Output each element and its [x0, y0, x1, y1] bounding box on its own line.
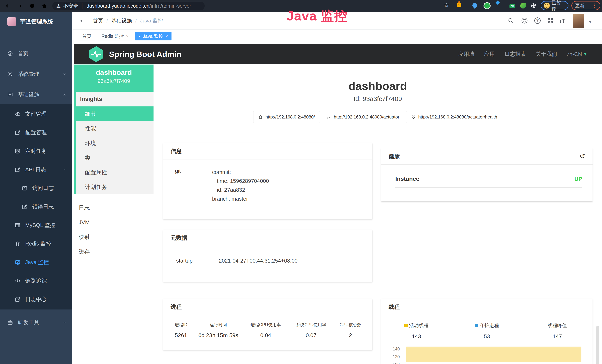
- card-process-title: 进程: [171, 303, 182, 311]
- extensions-puzzle-icon[interactable]: [530, 2, 537, 9]
- font-size-icon[interactable]: тT: [559, 18, 566, 24]
- instance-name: dashboard: [74, 69, 153, 76]
- sidebar-item-access-log[interactable]: 访问日志: [0, 179, 72, 197]
- browser-menu-icon[interactable]: ⋮: [592, 3, 597, 9]
- help-icon[interactable]: ?: [534, 17, 541, 24]
- sidebar-item-file-management[interactable]: 文件管理: [0, 105, 72, 123]
- sidebar-item-system[interactable]: 系统管理: [0, 65, 72, 84]
- sba-nav-about[interactable]: 关于我们: [536, 50, 557, 58]
- card-health-title: 健康: [389, 153, 400, 160]
- tab-java-monitor[interactable]: ● Java 监控 ×: [135, 32, 172, 40]
- endpoint-health-link[interactable]: http://192.168.0.2:48080/actuator/health: [406, 111, 502, 123]
- locale-caret-icon: ▾: [584, 52, 586, 57]
- browser-update-button[interactable]: 更新 ⋮: [571, 1, 600, 10]
- paused-label: 已暂停: [552, 0, 565, 12]
- divider: [174, 210, 370, 210]
- search-icon[interactable]: [508, 17, 514, 24]
- nav-item-caches[interactable]: 缓存: [74, 244, 153, 259]
- sidebar-item-dev-tools[interactable]: 研发工具: [0, 313, 72, 332]
- close-icon[interactable]: ×: [165, 33, 168, 39]
- address-bar[interactable]: ⚠ 不安全 │ dashboard.yudao.iocoder.cn/infra…: [52, 2, 205, 10]
- health-row-label: Instance: [395, 175, 419, 182]
- extension-sprout-icon[interactable]: [520, 3, 526, 9]
- divider: [176, 272, 362, 272]
- card-threads-title: 线程: [389, 303, 400, 311]
- user-avatar[interactable]: [573, 14, 584, 28]
- profile-paused-badge[interactable]: 已暂停: [541, 1, 569, 10]
- sba-locale-select[interactable]: zh-CN ▾: [567, 51, 586, 57]
- sidebar-item-mysql-monitor[interactable]: MySQL 监控: [0, 216, 72, 235]
- nav-item-details[interactable]: 细节: [74, 107, 153, 121]
- tab-redis-monitor[interactable]: Redis 监控 ×: [98, 32, 132, 40]
- threads-values: 143 53 147: [381, 333, 592, 340]
- nav-item-metrics[interactable]: 性能: [74, 121, 153, 136]
- extension-on-badge: on: [509, 4, 515, 8]
- peak-threads-value: 147: [522, 333, 592, 340]
- sba-brand[interactable]: Spring Boot Admin: [109, 50, 181, 59]
- nav-item-config-props[interactable]: 配置属性: [74, 165, 153, 180]
- nav-item-mappings[interactable]: 映射: [74, 230, 153, 244]
- nav-item-logs[interactable]: 日志: [74, 200, 153, 215]
- screen: ⚠ 不安全 │ dashboard.yudao.iocoder.cn/infra…: [0, 0, 602, 364]
- sidebar-submenu-infrastructure: 文件管理 配置管理 定时任务 API 日志 访问日志 错误日志: [0, 104, 72, 310]
- tab-home[interactable]: 首页: [79, 32, 95, 40]
- sba-nav-journal[interactable]: 日志报表: [505, 50, 526, 58]
- close-icon[interactable]: ×: [126, 33, 129, 39]
- gear-icon: [7, 71, 13, 77]
- process-uptime: 6d 23h 15m 59s: [195, 332, 241, 338]
- extension-pin-icon[interactable]: [472, 2, 478, 9]
- active-dot-icon: ●: [139, 35, 141, 37]
- instance-id: 93a3fc7f7409: [74, 78, 153, 84]
- heartbeat-icon: [411, 115, 416, 119]
- info-row-label: git: [175, 168, 212, 203]
- profile-emoji-icon: [544, 3, 550, 9]
- card-info: 信息 git commit: time: 1596289704000 id: 2…: [163, 143, 372, 219]
- app-logo-row[interactable]: 芋道管理系统: [0, 12, 72, 31]
- health-instance-row[interactable]: Instance UP: [395, 175, 582, 182]
- nav-item-jvm[interactable]: JVM: [74, 215, 153, 230]
- browser-reload-icon[interactable]: [29, 3, 35, 9]
- sidebar-item-log-center[interactable]: 日志中心: [0, 290, 72, 309]
- sidebar-item-tracing[interactable]: 链路追踪: [0, 272, 72, 290]
- endpoint-actuator-link[interactable]: http://192.168.0.2:48080/actuator: [322, 111, 404, 123]
- sidebar-item-api-log[interactable]: API 日志: [0, 161, 72, 179]
- sidebar-item-infrastructure[interactable]: 基础设施: [0, 86, 72, 104]
- breadcrumb-home[interactable]: 首页: [93, 17, 103, 24]
- sidebar-item-redis-monitor[interactable]: Redis 监控: [0, 235, 72, 253]
- nav-item-classes[interactable]: 类: [74, 150, 153, 165]
- bookmark-star-icon[interactable]: ☆: [443, 1, 449, 9]
- user-menu-caret-icon[interactable]: ▾: [589, 20, 591, 24]
- ytick-140: 140: [381, 347, 400, 352]
- sidebar-item-config-management[interactable]: 配置管理: [0, 123, 72, 142]
- threads-legend: 活动线程 守护进程 线程峰值: [381, 322, 592, 329]
- browser-back-icon[interactable]: [5, 3, 11, 9]
- live-threads-area: [406, 347, 581, 362]
- sidebar-item-scheduled-jobs[interactable]: 定时任务: [0, 142, 72, 161]
- eye-icon: [15, 278, 20, 284]
- endpoint-home-link[interactable]: http://192.168.0.2:48080/: [253, 111, 320, 123]
- browser-home-icon[interactable]: [41, 3, 47, 9]
- sba-nav-wallboard[interactable]: 应用墙: [458, 50, 474, 58]
- instance-header[interactable]: dashboard 93a3fc7f7409: [74, 64, 153, 92]
- breadcrumb-infrastructure[interactable]: 基础设施: [111, 17, 132, 24]
- sidebar-collapse-icon[interactable]: [79, 17, 86, 24]
- sba-header: Spring Boot Admin 应用墙 应用 日志报表 关于我们 zh-CN…: [74, 44, 602, 64]
- sidebar-item-home[interactable]: 首页: [0, 44, 72, 63]
- fullscreen-icon[interactable]: [547, 17, 554, 24]
- page-title: dashboard: [153, 79, 602, 93]
- sba-nav-applications[interactable]: 应用: [484, 50, 495, 58]
- history-icon[interactable]: ↺: [580, 152, 585, 160]
- nav-item-environment[interactable]: 环境: [74, 136, 153, 150]
- sidebar-item-java-monitor[interactable]: Java 监控: [0, 253, 72, 272]
- extension-colorzilla-icon[interactable]: 1: [458, 1, 460, 7]
- github-icon[interactable]: [521, 17, 528, 24]
- scrollbar-thumb[interactable]: [596, 326, 599, 364]
- url-path: /infra/admin-server: [150, 3, 191, 9]
- sidebar-item-error-log[interactable]: 错误日志: [0, 197, 72, 216]
- nav-item-scheduled-tasks[interactable]: 计划任务: [74, 180, 153, 194]
- browser-forward-icon[interactable]: [17, 3, 23, 9]
- browser-chrome: ⚠ 不安全 │ dashboard.yudao.iocoder.cn/infra…: [0, 0, 602, 12]
- legend-live-swatch: [404, 324, 408, 327]
- nav-section-insights: Insights: [74, 92, 153, 107]
- extension-y-icon[interactable]: [484, 2, 491, 9]
